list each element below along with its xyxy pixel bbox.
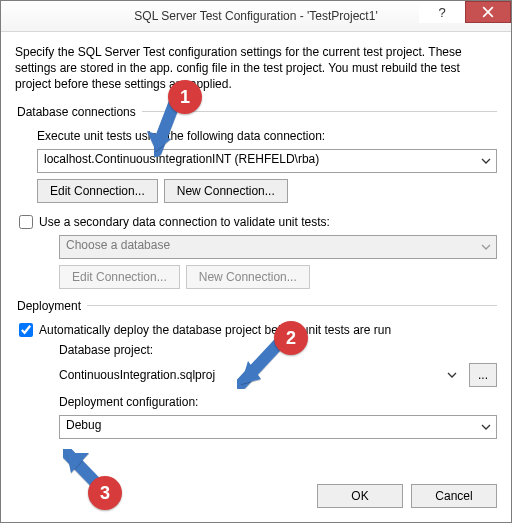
chevron-down-icon xyxy=(443,370,461,380)
annotation-badge-3: 3 xyxy=(88,476,122,510)
titlebar: SQL Server Test Configuration - 'TestPro… xyxy=(1,1,511,32)
primary-connection-dropdown[interactable]: localhost.ContinuousIntegrationINT (REHF… xyxy=(37,149,497,173)
auto-deploy-label: Automatically deploy the database projec… xyxy=(39,323,391,337)
database-project-label: Database project: xyxy=(59,343,497,357)
deployment-legend: Deployment xyxy=(15,299,87,313)
system-buttons: ? xyxy=(419,1,511,23)
secondary-connection-checkbox[interactable] xyxy=(19,215,33,229)
auto-deploy-checkbox[interactable] xyxy=(19,323,33,337)
ok-button[interactable]: OK xyxy=(317,484,403,508)
secondary-connection-dropdown: Choose a database xyxy=(59,235,497,259)
deployment-config-dropdown[interactable]: Debug xyxy=(59,415,497,439)
secondary-connection-label: Use a secondary data connection to valid… xyxy=(39,215,330,229)
deployment-group: Deployment Automatically deploy the data… xyxy=(15,299,497,439)
close-button[interactable] xyxy=(465,1,511,23)
secondary-edit-connection-button: Edit Connection... xyxy=(59,265,180,289)
primary-connection-label: Execute unit tests using the following d… xyxy=(37,129,497,143)
database-connections-legend: Database connections xyxy=(15,105,142,119)
intro-text: Specify the SQL Server Test configuratio… xyxy=(15,44,497,93)
new-connection-button[interactable]: New Connection... xyxy=(164,179,288,203)
dialog-buttons: OK Cancel xyxy=(317,484,497,508)
dialog-window: SQL Server Test Configuration - 'TestPro… xyxy=(0,0,512,523)
database-connections-group: Database connections Execute unit tests … xyxy=(15,105,497,289)
edit-connection-button[interactable]: Edit Connection... xyxy=(37,179,158,203)
secondary-new-connection-button: New Connection... xyxy=(186,265,310,289)
dialog-content: Specify the SQL Server Test configuratio… xyxy=(1,32,511,439)
deployment-config-label: Deployment configuration: xyxy=(59,395,497,409)
cancel-button[interactable]: Cancel xyxy=(411,484,497,508)
browse-project-button[interactable]: ... xyxy=(469,363,497,387)
database-project-dropdown[interactable]: ContinuousIntegration.sqlproj xyxy=(59,368,215,382)
help-button[interactable]: ? xyxy=(419,1,465,23)
svg-marker-2 xyxy=(67,453,89,473)
